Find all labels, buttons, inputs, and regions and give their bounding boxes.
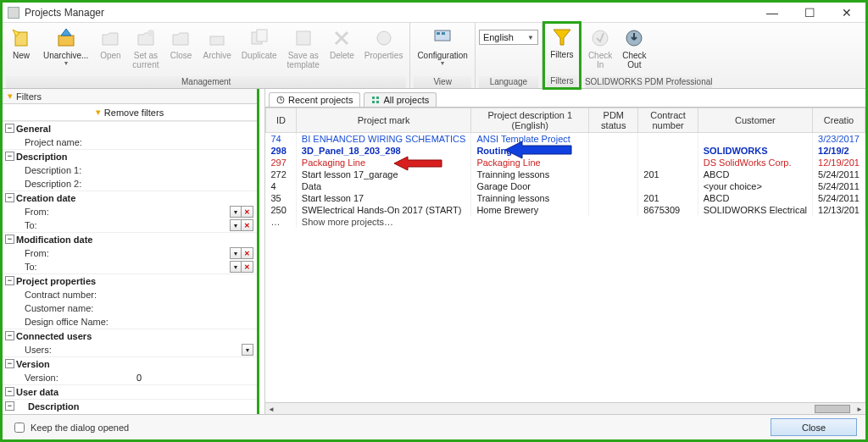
section-project-properties[interactable]: Project properties [3,273,257,288]
tab-recent[interactable]: Recent projects [269,92,360,107]
table-row[interactable]: 4DataGarage Door<your choice>5/24/2011 [266,180,865,192]
table-cell [589,192,638,204]
close-window-button[interactable]: ✕ [828,3,865,23]
table-cell: 272 [266,169,297,180]
svg-point-14 [593,30,608,46]
svg-rect-8 [297,31,310,45]
col-pdm[interactable]: PDM status [589,108,638,133]
maximize-button[interactable]: ☐ [791,3,828,23]
users-dropdown[interactable]: ▾ [242,344,253,356]
configuration-caret-icon: ▾ [441,59,444,67]
section-description[interactable]: Description [3,149,257,163]
delete-label: Delete [330,51,354,60]
table-cell [589,180,638,192]
close-project-button[interactable]: Close [165,25,196,76]
col-id[interactable]: ID [266,108,297,133]
col-customer[interactable]: Customer [698,108,812,133]
filters-panel-header: ▾ Filters [3,89,257,104]
language-select[interactable]: English [479,30,538,45]
ribbon: New Unarchive... ▾ Open Set as current C… [3,23,865,89]
filters-button[interactable]: Filters [547,24,577,75]
scroll-thumb[interactable] [815,405,850,413]
properties-button[interactable]: Properties [361,25,407,76]
filters-panel-title: Filters [16,91,42,102]
date-from-dropdown[interactable]: ▾ [230,206,242,218]
title-bar: Projects Manager — ☐ ✕ [3,3,865,23]
date-to-dropdown[interactable]: ▾ [230,219,242,231]
section-creation-date[interactable]: Creation date [3,191,257,205]
table-row[interactable]: 272Start lesson 17_garageTrainning lesso… [266,169,865,180]
delete-icon [330,26,353,50]
close-button[interactable]: Close [771,418,857,436]
configuration-button[interactable]: Configuration ▾ [414,25,470,76]
table-row[interactable]: 2983D_Panel_18_203_298Routing WiresSOLID… [266,145,865,157]
section-version[interactable]: Version [3,356,257,371]
unarchive-button[interactable]: Unarchive... ▾ [40,25,92,76]
table-cell: 5/24/2011 [813,169,865,180]
close-button-label: Close [802,423,826,433]
row-mod-to: To:▾✕ [3,260,257,273]
window-title: Projects Manager [25,7,754,19]
open-button[interactable]: Open [95,25,125,76]
col-contract[interactable]: Contract number [638,108,698,133]
table-cell: 74 [266,133,297,146]
delete-button[interactable]: Delete [326,25,358,76]
set-as-current-button[interactable]: Set as current [129,25,162,76]
table-row[interactable]: 35Start lesson 17Trainning lessons201ABC… [266,192,865,204]
table-row[interactable]: 74BI ENHANCED WIRING SCHEMATICSANSI Temp… [266,133,865,146]
archive-button[interactable]: Archive [199,25,234,76]
projects-grid[interactable]: ID Project mark Project description 1 (E… [265,108,865,402]
table-row[interactable]: 250SWElectrical Hands-On 2017 (START)Hom… [266,204,865,216]
col-desc[interactable]: Project description 1 (English) [471,108,589,133]
date-from-clear[interactable]: ✕ [242,206,253,218]
table-cell [589,169,638,180]
scroll-left-arrow[interactable]: ◄ [265,403,277,415]
check-out-button[interactable]: Check Out [619,25,649,76]
show-more-link[interactable]: Show more projects… [296,216,865,228]
mod-to-dropdown[interactable]: ▾ [230,261,242,273]
language-value: English [483,32,514,42]
keep-open-checkbox[interactable]: Keep the dialog opened [11,420,129,435]
mod-to-clear[interactable]: ✕ [242,261,253,273]
scroll-right-arrow[interactable]: ► [854,403,865,415]
check-in-button[interactable]: Check In [585,25,615,76]
section-general[interactable]: General [3,121,257,135]
remove-filters-button[interactable]: ▾ Remove filters [3,104,257,121]
mod-from-clear[interactable]: ✕ [242,247,253,259]
svg-rect-7 [257,30,267,41]
table-cell: 3/23/2017 [813,133,865,146]
filters-label: Filters [550,50,573,59]
pdm-group-label: SOLIDWORKS PDM Professional [585,76,713,88]
svg-rect-18 [376,97,379,99]
table-cell: 3D_Panel_18_203_298 [296,145,471,157]
minimize-button[interactable]: — [754,3,791,23]
table-cell: Start lesson 17 [296,192,471,204]
version-value[interactable]: 0 [128,373,253,383]
svg-rect-5 [210,36,224,45]
horizontal-scrollbar[interactable]: ◄ ► [265,402,865,414]
svg-rect-20 [376,101,379,103]
section-user-description[interactable]: Description [3,399,257,413]
duplicate-button[interactable]: Duplicate [238,25,281,76]
filters-tree[interactable]: General Project name: Description Descri… [3,121,257,414]
col-mark[interactable]: Project mark [296,108,471,133]
section-connected-users[interactable]: Connected users [3,329,257,343]
svg-rect-17 [372,97,375,99]
table-row[interactable]: 297Packaging LinePackaging LineDS SolidW… [266,157,865,169]
section-user-data[interactable]: User data [3,384,257,399]
section-modification-date[interactable]: Modification date [3,232,257,246]
table-cell: Trainning lessons [471,169,589,180]
properties-icon [372,26,396,50]
table-cell: 8675309 [638,204,698,216]
date-to-clear[interactable]: ✕ [242,219,253,231]
new-button[interactable]: New [6,25,36,76]
save-template-button[interactable]: Save as template [284,25,323,76]
keep-open-input[interactable] [14,423,25,433]
mod-from-dropdown[interactable]: ▾ [230,247,242,259]
tabs-row: Recent projects All projects [265,89,865,108]
col-creation[interactable]: Creatio [813,108,865,133]
tab-all[interactable]: All projects [364,92,437,107]
language-group-label: Language [479,76,538,88]
new-icon [9,26,33,50]
row-customer-name: Customer name: [3,301,257,315]
